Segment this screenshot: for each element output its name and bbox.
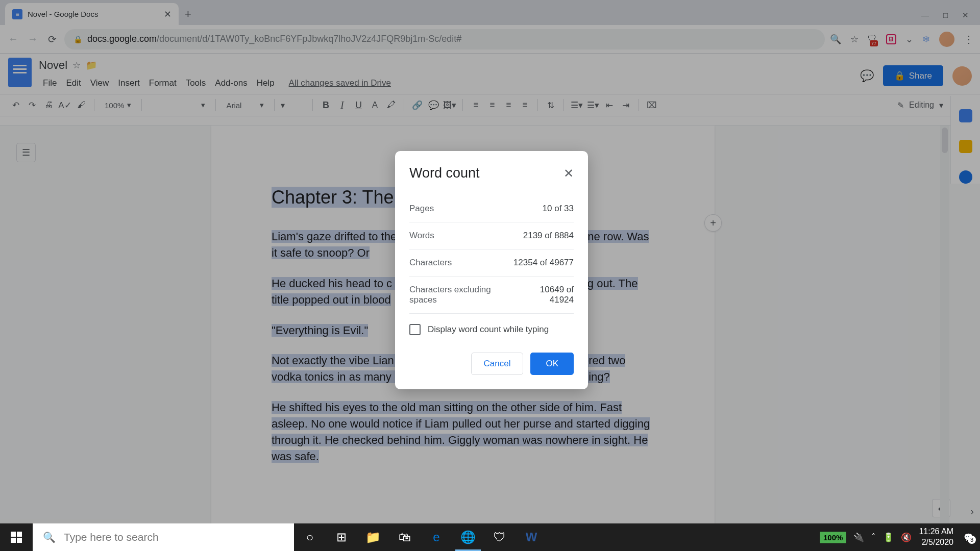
taskbar-search[interactable]: 🔍 Type here to search bbox=[33, 523, 294, 551]
power-icon[interactable]: 🔌 bbox=[853, 532, 864, 543]
time: 11:26 AM bbox=[919, 527, 953, 537]
stat-value: 2139 of 8884 bbox=[523, 231, 574, 241]
stat-label: Pages bbox=[409, 204, 434, 214]
cortana-icon[interactable]: ○ bbox=[294, 523, 326, 551]
checkbox-label: Display word count while typing bbox=[428, 324, 549, 335]
stat-value: 12354 of 49677 bbox=[513, 258, 574, 268]
word-count-dialog: Word count ✕ Pages 10 of 33 Words 2139 o… bbox=[395, 151, 588, 389]
battery-icon[interactable]: 🔋 bbox=[883, 532, 894, 543]
battery-percentage[interactable]: 100% bbox=[820, 532, 846, 543]
stat-row-characters-no-spaces: Characters excluding spaces 10649 of 419… bbox=[409, 277, 574, 314]
search-icon: 🔍 bbox=[43, 531, 56, 543]
volume-mute-icon[interactable]: 🔇 bbox=[901, 532, 912, 543]
display-while-typing-row: Display word count while typing bbox=[409, 314, 574, 353]
stat-label: Words bbox=[409, 231, 434, 241]
tray-chevron-icon[interactable]: ˄ bbox=[871, 532, 876, 543]
windows-taskbar: 🔍 Type here to search ○ ⊞ 📁 🛍 e 🌐 🛡 W 10… bbox=[0, 523, 980, 551]
stat-row-pages: Pages 10 of 33 bbox=[409, 195, 574, 222]
dialog-close-icon[interactable]: ✕ bbox=[564, 166, 574, 181]
edge-icon[interactable]: e bbox=[421, 523, 452, 551]
display-while-typing-checkbox[interactable] bbox=[409, 324, 421, 335]
stat-label: Characters excluding spaces bbox=[409, 285, 516, 305]
notification-badge: 3 bbox=[968, 536, 976, 544]
windows-logo-icon bbox=[11, 532, 22, 543]
ok-button[interactable]: OK bbox=[530, 353, 574, 375]
file-explorer-icon[interactable]: 📁 bbox=[357, 523, 389, 551]
stat-value: 10 of 33 bbox=[543, 204, 574, 214]
cancel-button[interactable]: Cancel bbox=[471, 353, 524, 375]
search-placeholder: Type here to search bbox=[64, 531, 159, 543]
system-clock[interactable]: 11:26 AM 2/5/2020 bbox=[919, 527, 953, 548]
stat-row-words: Words 2139 of 8884 bbox=[409, 222, 574, 249]
start-button[interactable] bbox=[0, 523, 33, 551]
stat-label: Characters bbox=[409, 258, 452, 268]
action-center-icon[interactable]: 💬3 bbox=[961, 530, 976, 545]
chrome-icon[interactable]: 🌐 bbox=[452, 523, 484, 551]
date: 2/5/2020 bbox=[919, 537, 953, 548]
stat-value: 10649 of 41924 bbox=[516, 285, 574, 305]
dialog-title: Word count bbox=[409, 165, 480, 181]
stat-row-characters: Characters 12354 of 49677 bbox=[409, 249, 574, 277]
microsoft-store-icon[interactable]: 🛍 bbox=[389, 523, 421, 551]
task-view-icon[interactable]: ⊞ bbox=[326, 523, 357, 551]
word-app-icon[interactable]: W bbox=[516, 523, 547, 551]
security-app-icon[interactable]: 🛡 bbox=[484, 523, 516, 551]
